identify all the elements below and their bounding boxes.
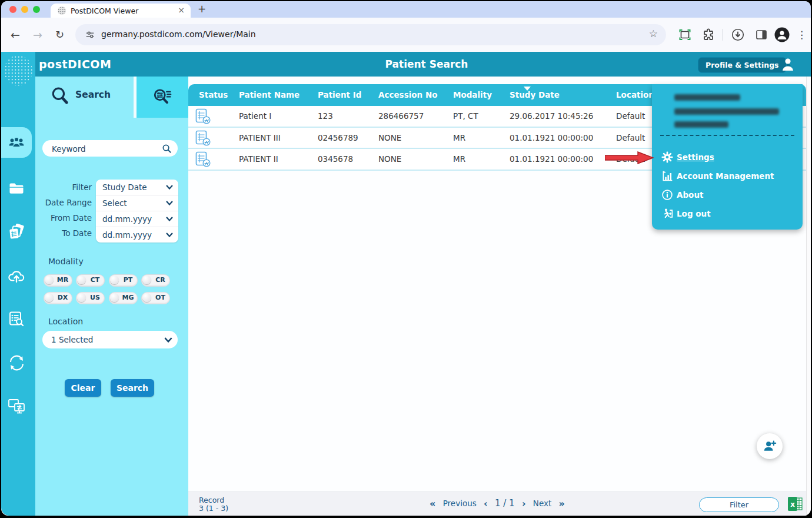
- page-indicator: 1 / 1: [495, 498, 515, 509]
- traffic-light-close[interactable]: [9, 6, 16, 13]
- col-study-date[interactable]: Study Date: [510, 84, 560, 106]
- search-tab-label: Search: [75, 89, 111, 100]
- toggle-knob: [110, 275, 119, 284]
- location-select[interactable]: 1 Selected: [42, 331, 178, 348]
- menu-item-settings[interactable]: Settings: [652, 148, 803, 167]
- app-header: postDICOM Patient Search Profile & Setti…: [1, 52, 811, 77]
- side-panel-icon[interactable]: [754, 28, 768, 42]
- chevron-down-icon: [166, 233, 173, 237]
- users-icon: [8, 135, 25, 150]
- tab-favicon: [58, 6, 66, 15]
- forward-icon[interactable]: →: [33, 27, 42, 42]
- col-status[interactable]: Status: [199, 84, 228, 106]
- study-status-icon: [195, 151, 211, 167]
- sidebar-item-upload[interactable]: [1, 260, 32, 291]
- user-avatar-icon[interactable]: [780, 57, 796, 72]
- traffic-light-zoom[interactable]: [33, 6, 40, 13]
- back-icon[interactable]: ←: [11, 27, 20, 42]
- new-tab-button[interactable]: +: [198, 3, 206, 15]
- info-icon: [661, 189, 673, 201]
- to-date-select[interactable]: dd.mm.yyyy: [96, 227, 178, 243]
- search-panel: Search Filter Date Range From Date To Da…: [35, 77, 188, 516]
- download-icon[interactable]: [731, 28, 745, 42]
- prev-page-icon[interactable]: ‹: [484, 498, 488, 509]
- col-modality[interactable]: Modality: [453, 84, 492, 106]
- toggle-knob: [142, 275, 151, 284]
- col-accession-no[interactable]: Accession No: [378, 84, 437, 106]
- filter-button[interactable]: Filter: [699, 497, 779, 512]
- sidebar-item-share-screens[interactable]: [1, 391, 32, 421]
- last-page-icon[interactable]: »: [559, 498, 565, 509]
- clear-button[interactable]: Clear: [65, 379, 101, 397]
- from-date-select[interactable]: dd.mm.yyyy: [96, 211, 178, 227]
- menu-divider: [660, 135, 794, 136]
- modality-toggle-pt[interactable]: PT: [109, 274, 138, 287]
- url-text[interactable]: germany.postdicom.com/Viewer/Main: [101, 29, 256, 39]
- modality-toggle-ct[interactable]: CT: [76, 274, 105, 287]
- keyword-field[interactable]: [42, 140, 178, 157]
- screens-icon: [8, 398, 25, 414]
- modality-toggle-cr[interactable]: CR: [141, 274, 170, 287]
- keyword-input[interactable]: [51, 140, 159, 158]
- traffic-light-minimize[interactable]: [21, 6, 28, 13]
- next-button[interactable]: Next: [533, 499, 551, 508]
- browser-toolbar: ← → ↻ germany.postdicom.com/Viewer/Main …: [1, 18, 811, 52]
- col-patient-id[interactable]: Patient Id: [318, 84, 361, 106]
- screenshot-frame-icon[interactable]: [678, 28, 692, 42]
- modality-toggle-mr[interactable]: MR: [44, 274, 72, 287]
- first-page-icon[interactable]: «: [430, 498, 435, 509]
- filter-label: Filter: [35, 180, 92, 195]
- menu-item-account-management[interactable]: Account Management: [652, 167, 803, 185]
- chevron-down-icon: [166, 201, 173, 205]
- sidebar-item-studies[interactable]: [1, 217, 32, 247]
- tab-advanced-search[interactable]: [137, 77, 188, 118]
- modality-toggle-us[interactable]: US: [76, 292, 105, 304]
- modality-toggle-ot[interactable]: OT: [141, 292, 170, 304]
- menu-item-log-out[interactable]: Log out: [652, 204, 803, 223]
- scrollbar-track[interactable]: [806, 77, 811, 516]
- chevron-down-icon: [166, 217, 173, 221]
- sidebar-item-patient-search[interactable]: [1, 127, 32, 158]
- bar-chart-icon: [661, 170, 673, 182]
- add-patient-fab[interactable]: [757, 433, 783, 459]
- modality-toggle-dx[interactable]: DX: [44, 292, 72, 304]
- site-info-icon[interactable]: [85, 29, 95, 40]
- tab-title: PostDICOM Viewer: [71, 6, 138, 15]
- next-page-icon[interactable]: ›: [522, 498, 526, 509]
- reload-icon[interactable]: ↻: [55, 27, 64, 42]
- modality-toggle-mg[interactable]: MG: [109, 292, 138, 304]
- study-status-icon: [195, 108, 211, 124]
- profile-dropdown-menu: Settings Account Management About: [652, 84, 803, 230]
- menu-item-about[interactable]: About: [652, 185, 803, 204]
- modality-label: Modality: [48, 257, 84, 266]
- folder-icon: [9, 182, 24, 195]
- tab-close-icon[interactable]: ×: [178, 5, 185, 15]
- col-patient-name[interactable]: Patient Name: [239, 84, 299, 106]
- filter-select[interactable]: Study Date: [96, 180, 178, 195]
- logout-icon: [661, 208, 673, 220]
- excel-export-icon[interactable]: x: [787, 496, 803, 512]
- to-date-label: To Date: [35, 225, 92, 241]
- browser-tab[interactable]: PostDICOM Viewer ×: [51, 4, 191, 18]
- postdicom-dot-logo: [4, 55, 32, 86]
- keyword-search-icon[interactable]: [162, 144, 172, 154]
- sidebar-item-folders[interactable]: [1, 173, 32, 204]
- sidebar-item-worklist[interactable]: [1, 304, 32, 334]
- kebab-menu-icon[interactable]: ⋮: [797, 27, 807, 42]
- col-location[interactable]: Location: [616, 84, 654, 106]
- toggle-knob: [45, 275, 54, 284]
- chevron-down-icon: [164, 337, 172, 343]
- extensions-puzzle-icon[interactable]: [701, 28, 716, 42]
- sidebar-item-sync[interactable]: [1, 347, 32, 378]
- screenshot-root: PostDICOM Viewer × + ← → ↻ germany.postd…: [0, 0, 812, 518]
- filter-select-group: Study Date Select dd.mm.yyyy dd.mm.yyyy: [96, 180, 178, 243]
- study-status-icon: [195, 130, 211, 146]
- advanced-search-icon: [152, 87, 172, 107]
- url-bar[interactable]: germany.postdicom.com/Viewer/Main ☆: [75, 24, 666, 45]
- browser-profile-avatar[interactable]: [774, 27, 790, 42]
- list-search-icon: [8, 311, 25, 327]
- date-range-select[interactable]: Select: [96, 195, 178, 211]
- search-button[interactable]: Search: [111, 379, 154, 397]
- bookmark-star-icon[interactable]: ☆: [649, 28, 658, 39]
- previous-button[interactable]: Previous: [443, 499, 477, 508]
